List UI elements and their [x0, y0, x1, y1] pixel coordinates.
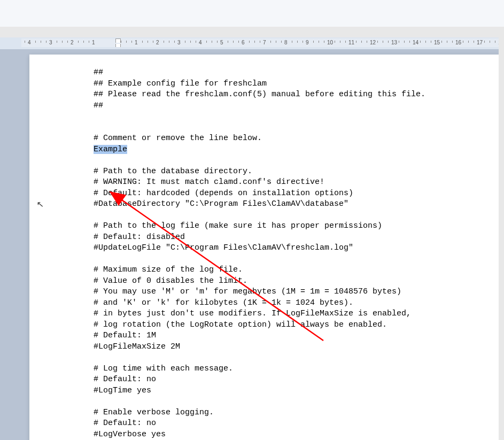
vertical-scrollbar[interactable]	[499, 27, 504, 440]
text-line[interactable]: # Default: no	[94, 418, 489, 429]
ruler-number: 14	[413, 40, 418, 45]
horizontal-ruler[interactable]: 432112345678910111213141516171819	[21, 38, 504, 47]
text-line[interactable]: # Log time with each message.	[94, 364, 489, 375]
text-line[interactable]: # Value of 0 disables the limit.	[94, 276, 489, 287]
ruler-number: 3	[177, 40, 181, 45]
hanging-indent-marker[interactable]	[115, 44, 121, 47]
ruler-number: 4	[28, 40, 31, 45]
text-line[interactable]: #DatabaseDirectory "C:\Program Files\Cla…	[94, 199, 489, 210]
document-page[interactable]: #### Example config file for freshclam##…	[29, 55, 499, 440]
ruler-number: 8	[284, 40, 288, 45]
text-line[interactable]	[94, 254, 489, 265]
text-line[interactable]: # Maximum size of the log file.	[94, 265, 489, 276]
text-line[interactable]	[94, 396, 489, 407]
text-line[interactable]	[94, 210, 489, 221]
text-line[interactable]: # Path to the database directory.	[94, 166, 489, 177]
highlighted-text[interactable]: Example	[94, 145, 127, 154]
text-line[interactable]: # Default: no	[94, 374, 489, 385]
ruler-number: 9	[306, 40, 309, 45]
ruler-number: 5	[220, 40, 223, 45]
ruler-number: 4	[199, 40, 202, 45]
ruler-number: 17	[477, 40, 483, 45]
ruler-area: 432112345678910111213141516171819	[0, 37, 504, 49]
ruler-number: 1	[92, 40, 95, 45]
text-line[interactable]: # in bytes just don't use modifiers. If …	[94, 308, 489, 320]
ruler-number: 6	[242, 40, 245, 45]
ruler-number: 3	[49, 40, 52, 45]
text-line[interactable]	[94, 122, 489, 134]
text-line[interactable]: #UpdateLogFile "C:\Program Files\ClamAV\…	[94, 243, 489, 254]
text-line[interactable]: # Default: hardcoded (depends on install…	[94, 188, 489, 199]
text-line[interactable]: # You may use 'M' or 'm' for megabytes (…	[94, 287, 489, 298]
ruler-number: 11	[348, 40, 354, 45]
text-line[interactable]: #LogVerbose yes	[94, 429, 489, 441]
text-line[interactable]	[94, 111, 489, 122]
text-line[interactable]: Example	[94, 144, 489, 156]
text-line[interactable]: # log rotation (the LogRotate option) wi…	[94, 320, 489, 331]
ruler-number: 2	[156, 40, 159, 45]
text-line[interactable]: # and 'K' or 'k' for kilobytes (1K = 1k …	[94, 298, 489, 309]
text-line[interactable]	[94, 155, 489, 166]
ruler-number: 2	[71, 40, 74, 45]
text-line[interactable]	[94, 352, 489, 364]
text-line[interactable]: #LogTime yes	[94, 385, 489, 397]
text-line[interactable]: ## Please read the freshclam.conf(5) man…	[94, 89, 489, 101]
text-line[interactable]: #LogFileMaxSize 2M	[94, 342, 489, 353]
text-line[interactable]: # Comment or remove the line below.	[94, 133, 489, 144]
ruler-number: 1	[135, 40, 138, 45]
workspace: #### Example config file for freshclam##…	[0, 49, 499, 440]
title-bar	[0, 0, 504, 27]
text-line[interactable]: # Enable verbose logging.	[94, 407, 489, 419]
first-line-indent-marker[interactable]	[115, 38, 121, 43]
ruler-number: 13	[391, 40, 397, 45]
document-text[interactable]: #### Example config file for freshclam##…	[94, 67, 489, 440]
ruler-number: 16	[455, 40, 461, 45]
text-line[interactable]: # Path to the log file (make sure it has…	[94, 221, 489, 232]
ruler-number: 15	[434, 40, 440, 45]
text-line[interactable]: ##	[94, 101, 489, 112]
ruler-number: 10	[327, 40, 333, 45]
text-line[interactable]: ##	[94, 67, 489, 79]
ruler-number: 12	[370, 40, 376, 45]
text-line[interactable]: ## Example config file for freshclam	[94, 79, 489, 90]
text-line[interactable]: # Default: 1M	[94, 330, 489, 342]
cursor-icon: ↖	[36, 198, 44, 209]
text-line[interactable]: # Default: disabled	[94, 232, 489, 243]
text-line[interactable]: # WARNING: It must match clamd.conf's di…	[94, 177, 489, 188]
ruler-number: 7	[263, 40, 266, 45]
